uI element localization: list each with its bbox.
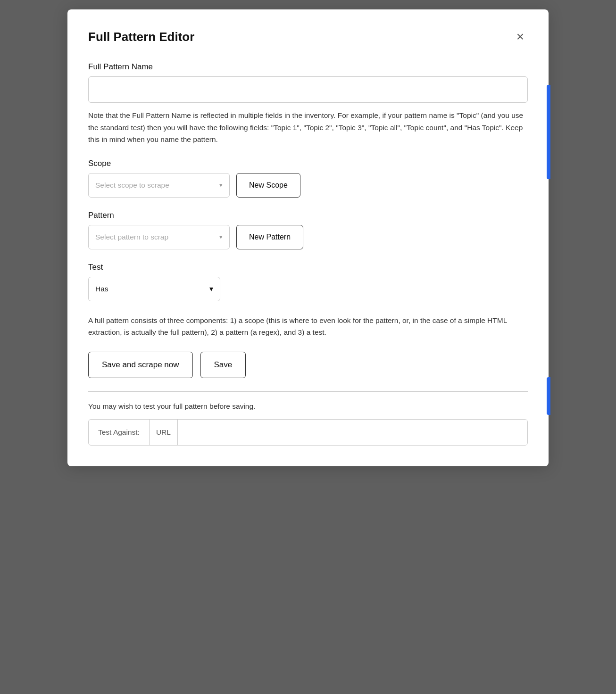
name-input[interactable] xyxy=(88,76,528,103)
modal-title: Full Pattern Editor xyxy=(88,30,194,44)
scope-dropdown[interactable]: Select scope to scrape ▾ xyxy=(88,173,230,198)
test-label: Test xyxy=(88,263,528,272)
test-against-row: Test Against: URL xyxy=(88,419,528,446)
pattern-label: Pattern xyxy=(88,211,528,220)
test-dropdown[interactable]: Has ▾ xyxy=(88,277,220,301)
test-against-label: Test Against: xyxy=(89,420,150,445)
pattern-dropdown-placeholder: Select pattern to scrap xyxy=(95,233,168,241)
pattern-chevron-icon: ▾ xyxy=(219,233,223,240)
new-pattern-button[interactable]: New Pattern xyxy=(236,225,303,249)
section-divider xyxy=(88,391,528,392)
name-section: Full Pattern Name Note that the Full Pat… xyxy=(88,62,528,146)
pattern-controls: Select pattern to scrap ▾ New Pattern xyxy=(88,225,528,249)
test-selected-value: Has xyxy=(95,285,108,293)
scope-section: Scope Select scope to scrape ▾ New Scope xyxy=(88,159,528,198)
scope-label: Scope xyxy=(88,159,528,168)
test-note: You may wish to test your full pattern b… xyxy=(88,402,528,411)
pattern-section: Pattern Select pattern to scrap ▾ New Pa… xyxy=(88,211,528,249)
accent-bar-2 xyxy=(547,377,550,415)
close-button[interactable]: × xyxy=(513,28,528,45)
action-buttons: Save and scrape now Save xyxy=(88,352,528,378)
modal-header: Full Pattern Editor × xyxy=(88,28,528,45)
scope-dropdown-placeholder: Select scope to scrape xyxy=(95,181,169,190)
save-scrape-button[interactable]: Save and scrape now xyxy=(88,352,193,378)
test-chevron-icon: ▾ xyxy=(209,285,213,293)
test-section: Test Has ▾ xyxy=(88,263,528,301)
full-pattern-description: A full pattern consists of three compone… xyxy=(88,314,528,339)
modal-dialog: Full Pattern Editor × Full Pattern Name … xyxy=(67,9,549,466)
save-button[interactable]: Save xyxy=(200,352,246,378)
scope-controls: Select scope to scrape ▾ New Scope xyxy=(88,173,528,198)
pattern-dropdown[interactable]: Select pattern to scrap ▾ xyxy=(88,225,230,249)
scope-chevron-icon: ▾ xyxy=(219,182,223,189)
name-field-label: Full Pattern Name xyxy=(88,62,528,72)
new-scope-button[interactable]: New Scope xyxy=(236,173,300,198)
url-label: URL xyxy=(150,420,178,445)
name-note: Note that the Full Pattern Name is refle… xyxy=(88,109,528,146)
accent-bar-1 xyxy=(547,85,550,179)
url-input[interactable] xyxy=(178,420,527,445)
overlay: Full Pattern Editor × Full Pattern Name … xyxy=(0,0,616,694)
